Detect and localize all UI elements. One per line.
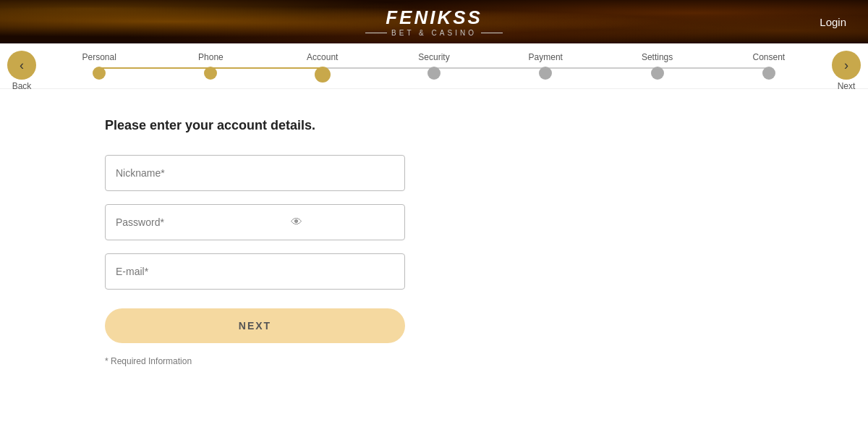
step-label-security: Security	[418, 52, 449, 62]
logo: FENIKSS BET & CASINO	[365, 7, 503, 37]
form-title: Please enter your account details.	[105, 118, 506, 133]
step-line-1	[210, 67, 322, 69]
password-field: 👁	[105, 204, 506, 240]
step-item-payment: Payment	[490, 52, 601, 80]
step-item-consent: Consent	[713, 52, 825, 80]
next-nav-wrapper: › Next	[832, 51, 861, 91]
step-item-personal: Personal	[43, 52, 155, 80]
main-content: Please enter your account details. 👁 NEX…	[0, 89, 506, 388]
stepper: PersonalPhoneAccountSecurityPaymentSetti…	[0, 52, 868, 83]
step-line-0	[99, 67, 210, 69]
nickname-field	[105, 155, 506, 191]
logo-sub: BET & CASINO	[365, 29, 503, 37]
step-circle-phone	[204, 67, 217, 80]
step-circle-personal	[93, 67, 106, 80]
password-input[interactable]	[105, 204, 405, 240]
logo-name: FENIKSS	[365, 7, 503, 29]
eye-icon[interactable]: 👁	[291, 216, 302, 229]
next-label: Next	[838, 81, 856, 91]
step-label-personal: Personal	[82, 52, 116, 62]
stepper-container: ‹ Back PersonalPhoneAccountSecurityPayme…	[0, 43, 868, 89]
login-button[interactable]: Login	[820, 16, 846, 28]
step-circle-payment	[539, 67, 552, 80]
step-label-payment: Payment	[529, 52, 563, 62]
step-line-3	[434, 67, 545, 69]
next-button[interactable]: ›	[832, 51, 861, 80]
step-circle-account	[315, 67, 331, 83]
email-field	[105, 253, 506, 290]
step-item-phone: Phone	[155, 52, 266, 80]
email-input[interactable]	[105, 253, 405, 290]
step-circle-consent	[762, 67, 775, 80]
next-form-button[interactable]: NEXT	[105, 308, 405, 343]
step-item-security: Security	[378, 52, 490, 80]
step-label-consent: Consent	[752, 52, 785, 62]
step-label-account: Account	[307, 52, 338, 62]
step-circle-settings	[651, 67, 664, 80]
back-label: Back	[12, 81, 32, 91]
step-line-4	[545, 67, 657, 69]
step-item-settings: Settings	[601, 52, 712, 80]
required-note: * Required Information	[105, 356, 506, 366]
nickname-input[interactable]	[105, 155, 405, 191]
step-circle-security	[427, 67, 441, 80]
step-line-5	[658, 67, 769, 69]
header: FENIKSS BET & CASINO Login	[0, 0, 868, 43]
step-label-settings: Settings	[642, 52, 673, 62]
step-label-phone: Phone	[198, 52, 224, 62]
step-line-2	[323, 67, 434, 69]
